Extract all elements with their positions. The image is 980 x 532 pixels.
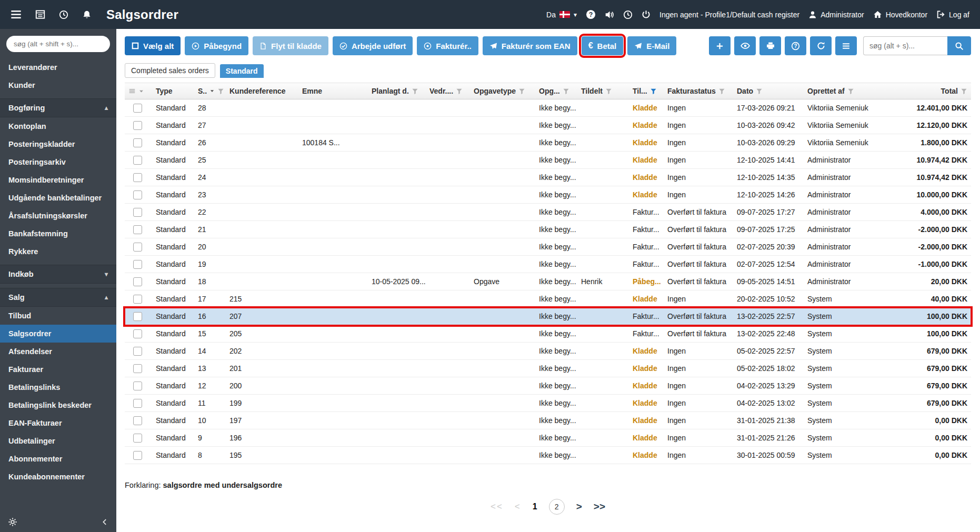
- power-icon[interactable]: [642, 10, 651, 19]
- report-icon[interactable]: [35, 9, 45, 19]
- row-checkbox[interactable]: [133, 121, 142, 130]
- sidebar-item-bogforing[interactable]: Bogføring▴: [0, 98, 116, 117]
- page-2-button[interactable]: 2: [549, 499, 565, 515]
- logout-button[interactable]: Log af: [936, 10, 969, 19]
- sidebar-item-ean-fakturaer[interactable]: EAN-Fakturaer: [0, 414, 116, 432]
- column-header-dato[interactable]: Dato: [733, 87, 804, 95]
- row-checkbox[interactable]: [133, 364, 142, 373]
- e-mail-button[interactable]: E-Mail: [627, 36, 676, 55]
- row-checkbox[interactable]: [133, 260, 142, 269]
- office-menu[interactable]: Hovedkontor: [873, 10, 927, 19]
- sidebar-item-salgsordrer[interactable]: Salgsordrer: [0, 325, 116, 343]
- betal-button[interactable]: €Betal: [582, 36, 624, 55]
- table-row[interactable]: Standard15205Ikke begy...Faktur...Overfø…: [125, 325, 971, 343]
- table-row[interactable]: Standard14202Ikke begy...KladdeIngen05-0…: [125, 343, 971, 360]
- table-row[interactable]: Standard24Ikke begy...KladdeIngen12-10-2…: [125, 169, 971, 186]
- fakturer-button[interactable]: Fakturér..: [417, 36, 478, 55]
- plus-button[interactable]: [709, 36, 731, 55]
- language-selector[interactable]: Da ▾: [546, 11, 577, 19]
- table-row[interactable]: Standard23Ikke begy...KladdeIngen12-10-2…: [125, 186, 971, 204]
- row-checkbox[interactable]: [133, 451, 142, 460]
- notifications-bell-icon[interactable]: [82, 10, 92, 19]
- sidebar-item-kundeabonnementer[interactable]: Kundeabonnementer: [0, 468, 116, 486]
- hamburger-menu-icon[interactable]: [11, 9, 22, 20]
- column-header-vedr[interactable]: Vedr....: [426, 87, 470, 95]
- table-row[interactable]: Standard8195Ikke begy...KladdeIngen30-01…: [125, 447, 971, 464]
- column-header-oprettet-af[interactable]: Oprettet af: [804, 87, 889, 95]
- sidebar-item-arsafslutningskorsler[interactable]: Årsafslutningskørsler: [0, 207, 116, 225]
- fakturer-som-ean-button[interactable]: Fakturér som EAN: [483, 36, 577, 55]
- sidebar-search-input[interactable]: [6, 36, 110, 52]
- table-row[interactable]: Standard16207Ikke begy...Faktur...Overfø…: [125, 308, 971, 325]
- sidebar-item-betalingslinks[interactable]: Betalingslinks: [0, 378, 116, 396]
- sidebar-item-tilbud[interactable]: Tilbud: [0, 307, 116, 325]
- column-header-select[interactable]: [125, 87, 152, 95]
- tab-standard[interactable]: Standard: [220, 64, 264, 78]
- list-button[interactable]: [835, 36, 857, 55]
- help-icon[interactable]: ?: [586, 9, 596, 19]
- question-button[interactable]: ?: [785, 36, 806, 55]
- clock-icon[interactable]: [623, 10, 633, 19]
- row-checkbox[interactable]: [133, 416, 142, 425]
- sidebar-item-betalingslink-beskeder[interactable]: Betalingslink beskeder: [0, 396, 116, 414]
- sidebar-item-salg[interactable]: Salg▴: [0, 288, 116, 307]
- column-header-til[interactable]: Til...: [629, 87, 664, 95]
- table-row[interactable]: Standard1810-05-2025 09...OpgaveIkke beg…: [125, 273, 971, 290]
- row-checkbox[interactable]: [133, 156, 142, 165]
- table-row[interactable]: Standard20Ikke begy...Faktur...Overført …: [125, 238, 971, 256]
- row-checkbox[interactable]: [133, 173, 142, 182]
- sidebar-item-kunder[interactable]: Kunder: [0, 76, 116, 94]
- sidebar-item-leverandorer[interactable]: Leverandører: [0, 58, 116, 76]
- search-button[interactable]: [947, 36, 971, 55]
- sidebar-item-indkob[interactable]: Indkøb▾: [0, 265, 116, 284]
- arbejde-udfort-button[interactable]: Arbejde udført: [333, 36, 413, 55]
- flyt-til-kladde-button[interactable]: Flyt til kladde: [253, 36, 328, 55]
- column-header-planlagt-d[interactable]: Planlagt d.: [368, 87, 426, 95]
- sidebar-item-posteringsarkiv[interactable]: Posteringsarkiv: [0, 153, 116, 171]
- table-row[interactable]: Standard28Ikke begy...KladdeIngen17-03-2…: [125, 99, 971, 117]
- table-row[interactable]: Standard27Ikke begy...KladdeIngen10-03-2…: [125, 117, 971, 134]
- next-page-button[interactable]: >: [576, 501, 582, 513]
- column-header-kundereference[interactable]: Kundereference: [226, 87, 298, 95]
- page-1-button[interactable]: 1: [533, 502, 537, 511]
- column-header-opg[interactable]: Opg...: [535, 87, 577, 95]
- sidebar-item-rykkere[interactable]: Rykkere: [0, 243, 116, 260]
- table-row[interactable]: Standard12200Ikke begy...KladdeIngen04-0…: [125, 377, 971, 395]
- sidebar-item-udgaende-bankbetalinger[interactable]: Udgående bankbetalinger: [0, 189, 116, 207]
- column-header-opgavetype[interactable]: Opgavetype: [470, 87, 535, 95]
- collapse-sidebar-icon[interactable]: [101, 518, 108, 526]
- sidebar-item-fakturaer[interactable]: Fakturaer: [0, 360, 116, 378]
- column-header-emne[interactable]: Emne: [298, 87, 368, 95]
- tab-completed-sales-orders[interactable]: Completed sales orders: [125, 63, 215, 78]
- pabegynd-button[interactable]: Påbegynd: [185, 36, 248, 55]
- row-checkbox[interactable]: [133, 243, 142, 252]
- table-search-input[interactable]: [863, 36, 947, 55]
- sidebar-item-posteringskladder[interactable]: Posteringskladder: [0, 135, 116, 153]
- printer-button[interactable]: [759, 36, 781, 55]
- row-checkbox[interactable]: [133, 382, 142, 390]
- history-clock-icon[interactable]: [59, 10, 68, 19]
- settings-gear-icon[interactable]: [8, 517, 17, 527]
- eye-button[interactable]: [734, 36, 756, 55]
- row-checkbox[interactable]: [133, 208, 142, 217]
- vaelg-alt-button[interactable]: Vælg alt: [125, 36, 181, 55]
- column-header-type[interactable]: Type: [152, 87, 194, 95]
- last-page-button[interactable]: >>: [594, 501, 605, 513]
- sidebar-item-afsendelser[interactable]: Afsendelser: [0, 343, 116, 360]
- row-checkbox[interactable]: [133, 104, 142, 113]
- row-checkbox[interactable]: [133, 295, 142, 304]
- sidebar-item-udbetalinger[interactable]: Udbetalinger: [0, 432, 116, 450]
- row-checkbox[interactable]: [133, 399, 142, 408]
- row-checkbox[interactable]: [133, 312, 142, 321]
- table-row[interactable]: Standard9196Ikke begy...KladdeIngen31-01…: [125, 429, 971, 447]
- row-checkbox[interactable]: [133, 138, 142, 147]
- speaker-icon[interactable]: [605, 10, 614, 19]
- table-row[interactable]: Standard11199Ikke begy...KladdeIngen04-0…: [125, 395, 971, 412]
- sidebar-item-momsindberetninger[interactable]: Momsindberetninger: [0, 171, 116, 189]
- table-row[interactable]: Standard26100184 S...Ikke begy...KladdeI…: [125, 134, 971, 152]
- user-menu[interactable]: Administrator: [808, 11, 864, 19]
- table-row[interactable]: Standard19Ikke begy...Faktur...Overført …: [125, 256, 971, 273]
- table-row[interactable]: Standard17215Ikke begy...KladdeIngen20-0…: [125, 290, 971, 308]
- row-checkbox[interactable]: [133, 225, 142, 234]
- sidebar-item-bankafstemning[interactable]: Bankafstemning: [0, 225, 116, 243]
